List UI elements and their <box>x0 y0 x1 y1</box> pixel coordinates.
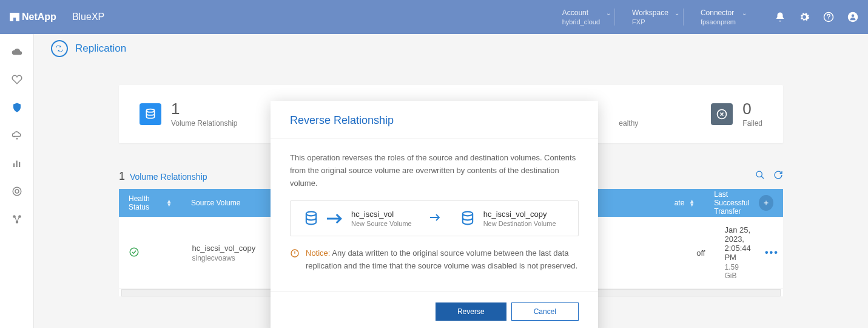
svg-point-2 <box>852 15 855 18</box>
svg-rect-4 <box>16 161 17 168</box>
arrow-right-icon <box>430 213 441 224</box>
nodes-icon[interactable] <box>12 214 22 225</box>
reverse-relationship-modal: Reverse Relationship This operation reve… <box>271 101 598 328</box>
destination-side: hc_iscsi_vol_copy New Destination Volume <box>459 210 556 227</box>
header-dropdowns: Account hybrid_cloud ⌄ Workspace FXP ⌄ C… <box>562 9 750 26</box>
svg-point-13 <box>756 171 762 177</box>
sort-icon: ▲▼ <box>689 199 695 207</box>
database-icon <box>459 210 476 227</box>
database-icon <box>303 210 320 227</box>
workspace-dropdown[interactable]: Workspace FXP ⌄ <box>632 9 684 26</box>
modal-body: This operation reverses the roles of the… <box>271 138 598 286</box>
cancel-button[interactable]: Cancel <box>511 302 579 321</box>
source-side: hc_iscsi_vol New Source Volume <box>303 210 412 227</box>
connector-dropdown[interactable]: Connector fpsaonprem ⌄ <box>701 9 750 26</box>
chevron-down-icon: ⌄ <box>742 10 747 16</box>
replication-icon <box>51 40 68 57</box>
sort-icon: ▲▼ <box>166 199 172 207</box>
svg-point-10 <box>15 220 18 224</box>
table-actions <box>755 170 783 180</box>
shield-icon[interactable] <box>12 102 22 113</box>
svg-point-16 <box>463 211 473 216</box>
stat-volume-relationship: 1 Volume Relationship <box>140 101 237 128</box>
svg-point-7 <box>15 190 19 193</box>
modal-notice: Notice: Any data written to the original… <box>290 247 579 273</box>
netapp-logo: NetApp <box>10 12 56 22</box>
top-header: NetApp BlueXP Account hybrid_cloud ⌄ Wor… <box>0 0 868 34</box>
modal-footer: Reverse Cancel <box>271 291 598 328</box>
header-icons <box>775 12 858 22</box>
stat-failed: 0 Failed <box>711 101 762 128</box>
page-title: Replication <box>75 43 126 55</box>
left-nav-rail <box>0 34 34 328</box>
stat-healthy: ealthy <box>619 101 638 128</box>
account-dropdown[interactable]: Account hybrid_cloud ⌄ <box>562 9 615 26</box>
cell-health <box>119 247 182 259</box>
target-icon[interactable] <box>12 186 22 197</box>
svg-point-11 <box>146 109 154 112</box>
gear-icon[interactable] <box>799 12 810 22</box>
modal-header: Reverse Relationship <box>271 101 598 138</box>
svg-rect-3 <box>13 163 15 167</box>
help-icon[interactable] <box>823 12 834 22</box>
netapp-logo-icon <box>10 13 19 21</box>
cell-transfer: Jan 25, 2023, 2:05:44 PM 1.59 GiB <box>715 225 760 280</box>
warning-icon <box>290 248 300 258</box>
add-button[interactable] <box>759 195 773 211</box>
svg-point-14 <box>130 248 138 256</box>
brand-product: BlueXP <box>72 12 104 22</box>
heart-icon[interactable] <box>12 74 22 85</box>
modal-title: Reverse Relationship <box>290 114 579 127</box>
modal-description: This operation reverses the roles of the… <box>290 152 579 190</box>
cloud-sync-icon[interactable] <box>12 130 22 141</box>
bell-icon[interactable] <box>775 12 786 22</box>
brand: NetApp BlueXP <box>10 12 104 22</box>
cloud-icon[interactable] <box>12 46 22 57</box>
brand-company: NetApp <box>22 12 56 22</box>
page-header: Replication <box>34 34 868 63</box>
relationship-diagram: hc_iscsi_vol New Source Volume hc_iscsi_… <box>290 200 579 236</box>
reverse-button[interactable]: Reverse <box>436 302 506 321</box>
database-icon <box>140 103 161 125</box>
table-title: 1 Volume Relationship <box>119 170 207 183</box>
arrow-right-icon <box>327 210 344 227</box>
failed-icon <box>711 103 733 125</box>
chevron-down-icon: ⌄ <box>606 10 611 16</box>
svg-point-15 <box>306 211 316 216</box>
chevron-down-icon: ⌄ <box>675 10 679 16</box>
row-menu-button[interactable]: ••• <box>761 247 783 258</box>
chart-icon[interactable] <box>12 158 22 169</box>
check-circle-icon <box>129 247 140 258</box>
col-health-status[interactable]: Health Status ▲▼ <box>119 194 181 211</box>
svg-point-6 <box>13 187 21 196</box>
refresh-icon[interactable] <box>773 170 783 180</box>
search-icon[interactable] <box>755 170 765 180</box>
col-last-transfer[interactable]: Last Successful Transfer <box>704 190 759 216</box>
svg-rect-5 <box>19 162 20 167</box>
user-icon[interactable] <box>847 12 858 22</box>
